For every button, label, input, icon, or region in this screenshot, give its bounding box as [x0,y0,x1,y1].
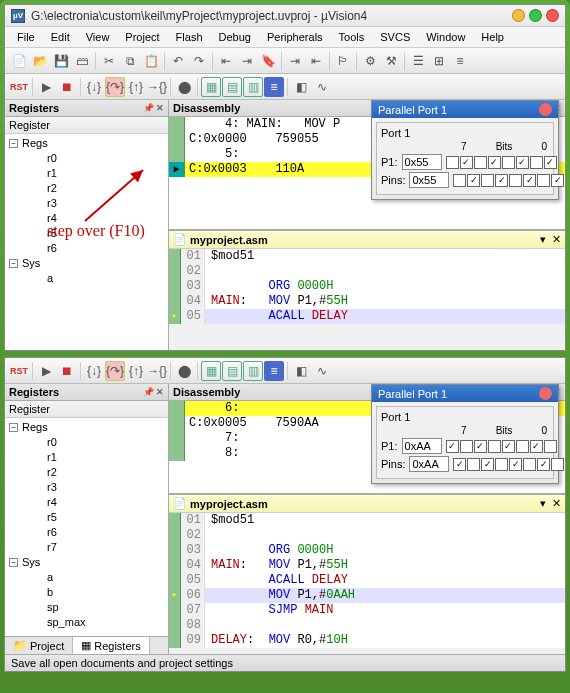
bit-checkbox[interactable] [530,156,543,169]
bit-checkbox[interactable] [481,458,494,471]
bit-checkbox[interactable] [488,156,501,169]
trace-icon[interactable]: ∿ [312,77,332,97]
bit-checkbox[interactable] [544,440,557,453]
bookmark-icon[interactable]: 🔖 [258,51,278,71]
menu-window[interactable]: Window [418,29,473,45]
new-file-icon[interactable]: 📄 [9,51,29,71]
maximize-button[interactable] [529,9,542,22]
window-symbols-icon[interactable]: ▥ [243,77,263,97]
p1-input[interactable] [402,154,442,170]
stop-icon[interactable]: ⏹ [57,361,77,381]
flag-icon[interactable]: 🏳 [333,51,353,71]
close-pane-icon[interactable]: ✕ [156,103,164,113]
step-into-icon[interactable]: {↓} [84,361,104,381]
bit-checkbox[interactable] [460,440,473,453]
menu-flash[interactable]: Flash [168,29,211,45]
outdent-icon[interactable]: ⇤ [306,51,326,71]
bookmark-next-icon[interactable]: ⇥ [237,51,257,71]
register-tree[interactable]: −Regsr0r1r2r3r4r5r6−Sysa [5,134,168,288]
bit-checkbox[interactable] [495,458,508,471]
cut-icon[interactable]: ✂ [99,51,119,71]
reset-icon[interactable]: RST [9,361,29,381]
p1-input[interactable] [402,438,442,454]
menu-svcs[interactable]: SVCS [372,29,418,45]
tab-project[interactable]: 📁 Project [5,637,73,654]
menu-file[interactable]: File [9,29,43,45]
menu-peripherals[interactable]: Peripherals [259,29,331,45]
tree-icon[interactable]: ⊞ [429,51,449,71]
minimize-button[interactable] [512,9,525,22]
editor-tab[interactable]: 📄 myproject.asm ▾ ✕ [169,231,565,249]
pins-input[interactable] [409,456,449,472]
bit-checkbox[interactable] [446,156,459,169]
bit-checkbox[interactable] [502,156,515,169]
run-icon[interactable]: ▶ [36,77,56,97]
close-icon[interactable] [539,103,552,116]
bit-checkbox[interactable] [537,458,550,471]
bit-checkbox[interactable] [474,440,487,453]
window-registers-icon[interactable]: ▦ [201,77,221,97]
more-icon[interactable]: ≡ [450,51,470,71]
menu-tools[interactable]: Tools [331,29,373,45]
window-registers-icon[interactable]: ▦ [201,361,221,381]
port-titlebar[interactable]: Parallel Port 1 [372,101,558,118]
bit-checkbox[interactable] [446,440,459,453]
trace-icon[interactable]: ∿ [312,361,332,381]
bit-checkbox[interactable] [453,458,466,471]
pin-icon[interactable]: 📌 [143,387,154,397]
bit-checkbox[interactable] [488,440,501,453]
parallel-port-window[interactable]: Parallel Port 1Port 17Bits0P1:Pins: [371,100,559,200]
editor-tab[interactable]: 📄 myproject.asm ▾ ✕ [169,495,565,513]
open-icon[interactable]: 📂 [30,51,50,71]
bit-checkbox[interactable] [495,174,508,187]
bookmark-prev-icon[interactable]: ⇤ [216,51,236,71]
run-to-cursor-icon[interactable]: →{} [147,77,167,97]
bit-checkbox[interactable] [523,458,536,471]
close-pane-icon[interactable]: ✕ [156,387,164,397]
bit-checkbox[interactable] [544,156,557,169]
bit-checkbox[interactable] [509,174,522,187]
indent-icon[interactable]: ⇥ [285,51,305,71]
close-button[interactable] [546,9,559,22]
bit-checkbox[interactable] [474,156,487,169]
paste-icon[interactable]: 📋 [141,51,161,71]
copy-icon[interactable]: ⧉ [120,51,140,71]
editor-content[interactable]: 01$mod510203 ORG 0000H04MAIN: MOV P1,#55… [169,249,565,324]
step-out-icon[interactable]: {↑} [126,361,146,381]
step-over-button[interactable]: {↷} [105,361,125,381]
bit-checkbox[interactable] [460,156,473,169]
bit-checkbox[interactable] [551,174,564,187]
pin-icon[interactable]: 📌 [143,103,154,113]
step-over-button[interactable]: {↷} [105,77,125,97]
step-out-icon[interactable]: {↑} [126,77,146,97]
run-icon[interactable]: ▶ [36,361,56,381]
analyzer-icon[interactable]: ◧ [291,361,311,381]
bit-checkbox[interactable] [467,174,480,187]
window-command-icon[interactable]: ≡ [264,77,284,97]
parallel-port-window[interactable]: Parallel Port 1Port 17Bits0P1:Pins: [371,384,559,484]
build-icon[interactable]: ⚙ [360,51,380,71]
tab-dropdown-icon[interactable]: ▾ ✕ [540,497,561,510]
window-symbols-icon[interactable]: ▥ [243,361,263,381]
tab-registers[interactable]: ▦ Registers [73,637,149,654]
bit-checkbox[interactable] [551,458,564,471]
bit-checkbox[interactable] [453,174,466,187]
menu-debug[interactable]: Debug [211,29,259,45]
bit-checkbox[interactable] [523,174,536,187]
bit-checkbox[interactable] [530,440,543,453]
save-icon[interactable]: 💾 [51,51,71,71]
bit-checkbox[interactable] [537,174,550,187]
redo-icon[interactable]: ↷ [189,51,209,71]
editor-content[interactable]: 01$mod510203 ORG 0000H04MAIN: MOV P1,#55… [169,513,565,648]
reset-icon[interactable]: RST [9,77,29,97]
bit-checkbox[interactable] [516,156,529,169]
stop-icon[interactable]: ⏹ [57,77,77,97]
menu-view[interactable]: View [78,29,118,45]
menu-edit[interactable]: Edit [43,29,78,45]
bit-checkbox[interactable] [516,440,529,453]
bit-checkbox[interactable] [481,174,494,187]
bit-checkbox[interactable] [467,458,480,471]
pins-input[interactable] [409,172,449,188]
run-to-cursor-icon[interactable]: →{} [147,361,167,381]
analyzer-icon[interactable]: ◧ [291,77,311,97]
